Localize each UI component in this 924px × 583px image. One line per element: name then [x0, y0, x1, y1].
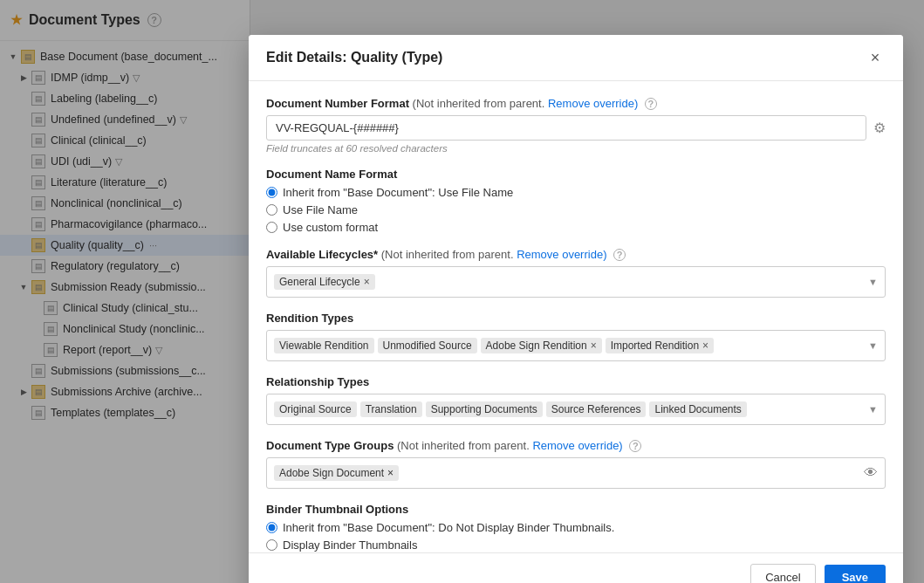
- modal-footer: Cancel Save: [249, 552, 903, 583]
- edit-details-modal: Edit Details: Quality (Type) × Document …: [249, 35, 903, 583]
- rendition-tag-imported-remove[interactable]: ×: [702, 340, 708, 351]
- save-button[interactable]: Save: [825, 565, 886, 583]
- binder-radio-inherit[interactable]: Inherit from "Base Document": Do Not Dis…: [266, 521, 886, 534]
- rendition-tag-unmodified: Unmodified Source: [378, 338, 477, 353]
- lifecycle-dropdown-arrow[interactable]: ▼: [868, 277, 878, 287]
- dtg-tag-adobe-sign: Adobe Sign Document ×: [274, 465, 399, 481]
- document-name-format-options: Inherit from "Base Document": Use File N…: [266, 186, 886, 234]
- dnf-radio-custom[interactable]: Use custom format: [266, 221, 886, 234]
- document-type-groups-label: Document Type Groups (Not inherited from…: [266, 439, 886, 452]
- lifecycle-help-icon[interactable]: ?: [613, 249, 626, 261]
- binder-thumbnail-label: Binder Thumbnail Options: [266, 503, 886, 516]
- rendition-type-tags: Viewable Rendition Unmodified Source Ado…: [274, 338, 878, 353]
- modal-body: Document Number Format (Not inherited fr…: [249, 81, 903, 552]
- modal-header: Edit Details: Quality (Type) ×: [249, 35, 903, 81]
- rendition-tag-imported: Imported Rendition ×: [606, 338, 714, 353]
- dnf-radio-filename[interactable]: Use File Name: [266, 203, 886, 216]
- document-number-hint: Field truncates at 60 resolved character…: [266, 143, 886, 154]
- rendition-types-section: Rendition Types Viewable Rendition Unmod…: [266, 312, 886, 361]
- rendition-dropdown-arrow[interactable]: ▼: [868, 340, 878, 351]
- rendition-tag-viewable: Viewable Rendition: [274, 338, 374, 353]
- lifecycle-tags: General Lifecycle ×: [274, 274, 878, 290]
- relationship-types-section: Relationship Types Original Source Trans…: [266, 375, 886, 425]
- remove-override-link-lifecycle[interactable]: Remove override): [517, 248, 606, 261]
- rendition-tag-adobe-sign: Adobe Sign Rendition ×: [481, 338, 602, 353]
- modal-close-button[interactable]: ×: [865, 47, 886, 68]
- document-number-input[interactable]: [266, 115, 866, 141]
- available-lifecycles-label: Available Lifecycles* (Not inherited fro…: [266, 248, 886, 261]
- rel-tag-linked-docs: Linked Documents: [649, 401, 746, 417]
- document-type-groups-section: Document Type Groups (Not inherited from…: [266, 439, 886, 489]
- document-name-format-label: Document Name Format: [266, 168, 886, 181]
- rendition-types-tag-input[interactable]: Viewable Rendition Unmodified Source Ado…: [266, 330, 886, 361]
- document-name-format-section: Document Name Format Inherit from "Base …: [266, 168, 886, 234]
- document-number-format-label: Document Number Format (Not inherited fr…: [266, 97, 886, 110]
- rendition-tag-adobe-remove[interactable]: ×: [591, 340, 597, 351]
- lifecycle-tag-general: General Lifecycle ×: [274, 274, 375, 290]
- docnum-help-icon[interactable]: ?: [645, 98, 657, 110]
- document-type-groups-input[interactable]: Adobe Sign Document × 👁: [266, 457, 886, 489]
- rel-tag-supporting-docs: Supporting Documents: [426, 401, 543, 417]
- dtg-visibility-icon[interactable]: 👁: [864, 465, 878, 481]
- relationship-types-tag-input[interactable]: Original Source Translation Supporting D…: [266, 394, 886, 425]
- dtg-tag-remove[interactable]: ×: [387, 467, 394, 479]
- remove-override-link-dtg[interactable]: Remove override): [532, 439, 622, 452]
- binder-radio-display[interactable]: Display Binder Thumbnails: [266, 538, 886, 552]
- rel-tag-original-source: Original Source: [274, 401, 357, 417]
- relationship-type-tags: Original Source Translation Supporting D…: [274, 401, 878, 417]
- document-number-format-section: Document Number Format (Not inherited fr…: [266, 97, 886, 154]
- relationship-dropdown-arrow[interactable]: ▼: [868, 404, 878, 415]
- rendition-types-label: Rendition Types: [266, 312, 886, 325]
- binder-thumbnail-options: Inherit from "Base Document": Do Not Dis…: [266, 521, 886, 552]
- remove-override-link-docnum[interactable]: Remove override): [548, 97, 638, 110]
- generate-icon[interactable]: ⚙: [873, 120, 886, 136]
- dtg-help-icon[interactable]: ?: [629, 440, 641, 452]
- lifecycle-tag-remove[interactable]: ×: [364, 277, 370, 287]
- dnf-radio-inherit[interactable]: Inherit from "Base Document": Use File N…: [266, 186, 886, 199]
- modal-title: Edit Details: Quality (Type): [266, 50, 442, 65]
- cancel-button[interactable]: Cancel: [750, 564, 815, 583]
- rel-tag-translation: Translation: [360, 401, 422, 417]
- lifecycle-tag-input[interactable]: General Lifecycle × ▼: [266, 266, 886, 298]
- binder-thumbnail-section: Binder Thumbnail Options Inherit from "B…: [266, 503, 886, 552]
- rel-tag-source-references: Source References: [546, 401, 647, 417]
- available-lifecycles-section: Available Lifecycles* (Not inherited fro…: [266, 248, 886, 298]
- dtg-icons: 👁: [864, 465, 878, 481]
- relationship-types-label: Relationship Types: [266, 375, 886, 388]
